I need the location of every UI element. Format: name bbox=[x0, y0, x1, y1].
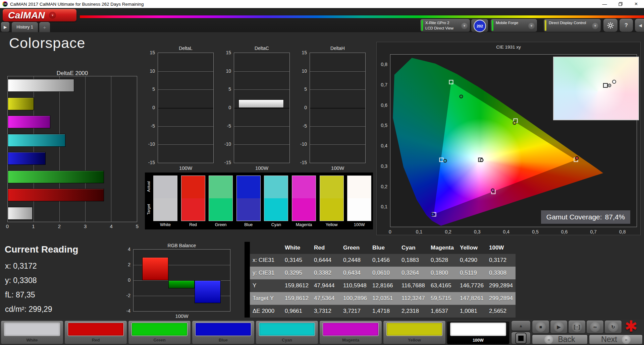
pattern-source-dropdown[interactable]: Mobile Forge ▼ bbox=[490, 19, 537, 32]
settings-button[interactable] bbox=[603, 18, 618, 32]
restore-button[interactable] bbox=[612, 0, 628, 8]
table-cell: 0,2448 bbox=[340, 257, 370, 264]
table-row-label: Y bbox=[250, 282, 282, 289]
pattern-window-button[interactable] bbox=[511, 332, 531, 344]
swatch-label: Magenta bbox=[292, 222, 316, 227]
gamut-coverage: Gamut Coverage: 87,4% bbox=[541, 210, 630, 224]
table-cell: 47,5364 bbox=[311, 295, 340, 302]
play-button[interactable]: ▶ bbox=[550, 320, 568, 334]
table-cell: 1,0081 bbox=[457, 308, 486, 315]
gear-icon bbox=[607, 22, 614, 29]
display-labels: Direct Display Control bbox=[549, 20, 586, 26]
tab-label: History 1 bbox=[16, 25, 33, 29]
table-row: Target Y159,861247,5364100,289612,035111… bbox=[250, 292, 516, 305]
back-button[interactable]: « Back bbox=[532, 335, 588, 344]
display-line1: Direct Display Control bbox=[549, 20, 586, 26]
close-button[interactable]: × bbox=[628, 0, 644, 8]
actual-row-label: Actual bbox=[147, 176, 151, 198]
table-col-header: Red bbox=[311, 245, 340, 251]
collapse-panel-button[interactable]: ◀ bbox=[635, 18, 644, 32]
swatch-actual-white bbox=[153, 176, 177, 198]
measurement-table: WhiteRedGreenBlueCyanMagentaYellow100Wx:… bbox=[250, 242, 516, 318]
window-title: CalMAN 2017 CalMAN Ultimate for Business… bbox=[10, 2, 144, 7]
next-button[interactable]: Next » bbox=[589, 335, 643, 344]
deltal-gridline bbox=[158, 89, 213, 90]
deltah-gridline bbox=[310, 108, 365, 109]
stop-button[interactable]: ■ bbox=[532, 320, 549, 334]
deltah-tick-label: 10 bbox=[302, 68, 307, 74]
cie-measured-yellow bbox=[513, 121, 517, 125]
pattern-button-yellow[interactable]: Yellow bbox=[383, 321, 446, 344]
rgb-ticks: 420-2-4 bbox=[120, 249, 132, 312]
pattern-button-blue[interactable]: Blue bbox=[192, 321, 255, 344]
cie-x-tick-label: 0,3 bbox=[474, 229, 480, 234]
minimize-button[interactable]: — bbox=[597, 0, 612, 8]
calman-menu-button[interactable]: CalMAN ▼ bbox=[3, 9, 76, 21]
pattern-patch bbox=[68, 323, 124, 336]
display-status-stripe bbox=[545, 20, 546, 31]
cie-measured-cyan bbox=[443, 159, 447, 162]
deltah-gridline bbox=[310, 71, 365, 72]
luminance-badge: 202 bbox=[474, 20, 486, 32]
current-reading-cdm: cd/m²: 299,29 bbox=[5, 305, 52, 314]
pattern-label: Cyan bbox=[256, 338, 318, 343]
deltah-tick-label: 5 bbox=[304, 86, 307, 92]
loop-button[interactable]: ∞ bbox=[586, 320, 604, 334]
pattern-patch bbox=[4, 323, 60, 336]
pattern-patch bbox=[450, 323, 506, 336]
pattern-button-cyan[interactable]: Cyan bbox=[256, 321, 318, 344]
display-control-dropdown[interactable]: Direct Display Control ▼ bbox=[543, 19, 601, 32]
deltae-tick-label: 4 bbox=[110, 223, 112, 229]
deltal-x-label: 100W bbox=[158, 165, 214, 171]
refresh-button[interactable]: ↻ bbox=[604, 320, 622, 334]
swatch-label: Cyan bbox=[264, 222, 288, 227]
cie-y-tick-label: 0,4 bbox=[381, 143, 387, 148]
pattern-button-magenta[interactable]: Magenta bbox=[319, 321, 382, 344]
table-cell: 147,8261 bbox=[457, 295, 486, 302]
deltac-plot bbox=[234, 53, 290, 163]
meter-labels: X-Rite i1Pro 2 LCD Direct View bbox=[425, 20, 453, 31]
header: CalMAN ▼ ▶ History 1 + X-Rite i1Pro 2 LC… bbox=[0, 8, 644, 32]
table-cell: 12,8166 bbox=[370, 282, 399, 289]
deltae-bar-yellow bbox=[8, 97, 34, 110]
help-button[interactable]: ? bbox=[619, 18, 633, 32]
pattern-up-button[interactable]: ▲ bbox=[511, 321, 531, 331]
pattern-button-100w[interactable]: 100W bbox=[447, 321, 509, 344]
pattern-button-red[interactable]: Red bbox=[64, 321, 127, 344]
deltal-tick-label: -10 bbox=[148, 141, 155, 147]
deltae-tick-label: 0 bbox=[6, 223, 9, 229]
table-cell: 299,2894 bbox=[486, 282, 516, 289]
swatch-actual-green bbox=[209, 176, 233, 198]
pattern-patch bbox=[195, 323, 251, 336]
pattern-patch bbox=[323, 323, 379, 336]
pattern-button-white[interactable]: White bbox=[1, 321, 63, 344]
meter-dropdown[interactable]: X-Rite i1Pro 2 LCD Direct View ▼ bbox=[420, 19, 470, 32]
panel-expand-button[interactable]: ▶ bbox=[1, 22, 10, 32]
deltal-tick-label: -15 bbox=[148, 160, 155, 165]
back-label: Back bbox=[558, 335, 575, 344]
cie-x-tick-label: 0,7 bbox=[590, 229, 596, 234]
deltah-tick-label: 0 bbox=[304, 105, 307, 110]
table-col-header: 100W bbox=[486, 245, 516, 251]
table-cell: 110,5948 bbox=[340, 282, 370, 289]
swatch-target-red bbox=[181, 198, 205, 221]
add-tab-button[interactable]: + bbox=[39, 22, 50, 32]
deltal-tick-label: 15 bbox=[150, 50, 155, 55]
table-cell: 0,3172 bbox=[486, 257, 516, 264]
table-cell: 3,7312 bbox=[311, 308, 340, 315]
table-cell: 0,3145 bbox=[282, 257, 311, 264]
pattern-window-icon bbox=[515, 333, 527, 344]
deltal-gridline bbox=[158, 144, 213, 145]
table-col-header: Yellow bbox=[457, 245, 486, 251]
swatch-target-white bbox=[153, 198, 177, 221]
interval-button[interactable]: [··] bbox=[568, 320, 586, 334]
deltae-bar-green bbox=[8, 170, 104, 183]
deltah-x-label: 100W bbox=[310, 165, 366, 171]
pattern-button-green[interactable]: Green bbox=[128, 321, 191, 344]
cie-chart-title: CIE 1931 xy bbox=[377, 45, 640, 50]
table-cell: 112,3247 bbox=[399, 295, 428, 302]
table-cell: 0,3308 bbox=[486, 270, 516, 276]
cie-y-tick-label: 0,7 bbox=[381, 82, 387, 87]
deltac-tick-label: -15 bbox=[224, 160, 231, 165]
tab-history-1[interactable]: History 1 bbox=[11, 22, 38, 32]
